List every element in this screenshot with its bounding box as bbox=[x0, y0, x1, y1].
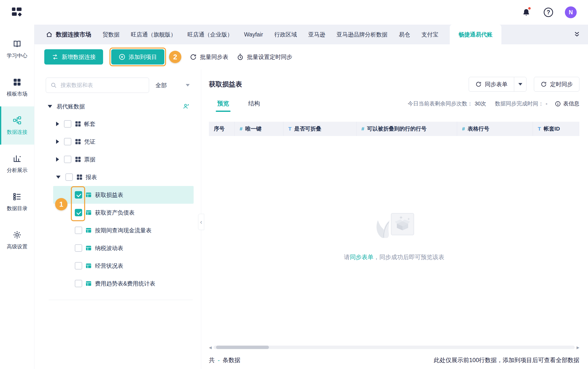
checkbox[interactable] bbox=[75, 244, 82, 252]
column-header[interactable]: 序号 bbox=[209, 122, 234, 136]
sidebar-item-template-market[interactable]: 模板市场 bbox=[0, 68, 34, 106]
data-connection-icon bbox=[13, 116, 22, 125]
tree-leaf-profit-table[interactable]: 获取损益表 bbox=[53, 186, 194, 204]
checkbox[interactable] bbox=[75, 227, 82, 234]
sidebar-item-data-catalog[interactable]: 数据目录 bbox=[0, 183, 34, 221]
tab-connection[interactable]: 亚马逊品牌分析数据 bbox=[337, 31, 387, 38]
table-icon bbox=[85, 209, 92, 216]
tree-group-baobiao[interactable]: 报表 bbox=[53, 168, 194, 186]
tree-root-yidaizhang[interactable]: 易代账数据 bbox=[46, 98, 194, 115]
column-header[interactable]: # 唯一键 bbox=[234, 122, 283, 136]
tab-connection[interactable]: 旺店通（旗舰版） bbox=[131, 31, 176, 38]
tree-search-row: 全部 bbox=[46, 78, 194, 93]
sync-time-value: - bbox=[546, 101, 547, 107]
text-type-icon: T bbox=[538, 126, 541, 132]
total-value: - bbox=[218, 357, 220, 364]
user-avatar[interactable]: N bbox=[565, 6, 577, 18]
button-label: 添加到项目 bbox=[129, 53, 157, 61]
caret-collapsed-icon[interactable] bbox=[56, 139, 59, 144]
tab-data-connection-market[interactable]: 数据连接市场 bbox=[46, 31, 91, 38]
batch-schedule-sync-button[interactable]: 批量设置定时同步 bbox=[237, 53, 292, 61]
scrollbar-track[interactable] bbox=[214, 346, 575, 349]
table-icon bbox=[85, 227, 92, 234]
plus-circle-icon bbox=[119, 53, 125, 60]
tab-connection[interactable]: 亚马逊 bbox=[308, 31, 325, 38]
button-label: 新增数据连接 bbox=[62, 53, 96, 61]
caret-expanded-icon[interactable] bbox=[48, 105, 52, 108]
sidebar-item-learning-center[interactable]: 学习中心 bbox=[0, 30, 34, 68]
tab-preview[interactable]: 预览 bbox=[216, 100, 231, 112]
tree-leaf-tax-fluctuation[interactable]: 纳税波动表 bbox=[53, 239, 194, 257]
data-catalog-icon bbox=[13, 192, 22, 201]
button-label: 同步表单 bbox=[485, 81, 508, 88]
checkbox[interactable] bbox=[64, 156, 71, 163]
tree-group-piaoju[interactable]: 票据 bbox=[53, 151, 194, 168]
page-title: 获取损益表 bbox=[209, 80, 242, 89]
tab-connection[interactable]: 支付宝 bbox=[421, 31, 438, 38]
table-icon bbox=[85, 245, 92, 252]
sync-form-link[interactable]: 同步表单 bbox=[350, 254, 373, 260]
permission-user-icon[interactable] bbox=[183, 103, 190, 110]
filter-dropdown[interactable]: 全部 bbox=[155, 82, 194, 89]
batch-sync-tables-button[interactable]: 批量同步表 bbox=[190, 53, 228, 61]
sidebar-item-data-connection[interactable]: 数据连接 bbox=[0, 106, 34, 145]
tree-leaf-balance-sheet[interactable]: 获取资产负债表 bbox=[53, 204, 194, 221]
table-info-label: 表信息 bbox=[563, 100, 579, 107]
table-group-icon bbox=[75, 156, 81, 163]
total-prefix: 共 bbox=[209, 356, 215, 364]
tab-connection[interactable]: 行政区域 bbox=[274, 31, 297, 38]
column-label: 可以被折叠到的行的行号 bbox=[367, 125, 427, 133]
checkbox[interactable] bbox=[65, 173, 73, 181]
caret-expanded-icon[interactable] bbox=[56, 176, 61, 179]
checkbox[interactable] bbox=[75, 280, 82, 287]
content: 全部 易代账数据 bbox=[34, 69, 588, 369]
column-header[interactable]: T 帐套ID bbox=[533, 122, 579, 136]
checkbox-checked[interactable] bbox=[75, 191, 82, 199]
table-info-button[interactable]: 表信息 bbox=[555, 100, 579, 107]
scroll-right-arrow[interactable]: ▶ bbox=[576, 346, 579, 349]
column-header[interactable]: # 表格行号 bbox=[457, 122, 533, 136]
column-header[interactable]: T 是否可折叠 bbox=[283, 122, 356, 136]
tree-group-zhangtao[interactable]: 帐套 bbox=[53, 115, 194, 133]
preview-structure-tabs: 预览 结构 今日当前表剩余同步次数： 30次 数据同步完成时间： - bbox=[209, 96, 579, 112]
tab-connection[interactable]: 贸数据 bbox=[103, 31, 120, 38]
sidebar-item-analysis-display[interactable]: 分析展示 bbox=[0, 145, 34, 183]
sidebar-item-advanced-settings[interactable]: 高级设置 bbox=[0, 221, 34, 259]
schedule-sync-button[interactable]: 定时同步 bbox=[534, 77, 579, 92]
expand-tabs-button[interactable] bbox=[573, 31, 588, 38]
checkbox[interactable] bbox=[64, 120, 71, 128]
divider bbox=[49, 300, 193, 300]
add-to-project-button[interactable]: 添加到项目 bbox=[111, 49, 164, 65]
tree-leaf-operating-status[interactable]: 经营状况表 bbox=[53, 257, 194, 275]
tree-leaf-cashflow-table[interactable]: 按期间查询现金流量表 bbox=[53, 221, 194, 239]
column-header[interactable]: # 可以被折叠到的行的行号 bbox=[356, 122, 457, 136]
column-label: 表格行号 bbox=[468, 125, 489, 133]
sync-form-button[interactable]: 同步表单 bbox=[469, 77, 514, 91]
search-input[interactable] bbox=[60, 82, 145, 89]
tab-connection[interactable]: 旺店通（企业版） bbox=[187, 31, 233, 38]
checkbox[interactable] bbox=[75, 262, 82, 269]
collapse-panel-handle[interactable]: ‹ bbox=[198, 214, 204, 230]
new-data-connection-button[interactable]: 新增数据连接 bbox=[44, 49, 103, 65]
tree-leaf-expense-trend[interactable]: 费用趋势表&费用统计表 bbox=[53, 275, 194, 292]
tab-structure[interactable]: 结构 bbox=[247, 100, 262, 112]
scrollbar-thumb[interactable] bbox=[216, 346, 269, 349]
tree-group-pingzheng[interactable]: 凭证 bbox=[53, 133, 194, 151]
scroll-left-arrow[interactable]: ◀ bbox=[209, 346, 212, 349]
sync-icon bbox=[190, 53, 197, 61]
text-type-icon: T bbox=[288, 126, 292, 132]
sync-form-dropdown-button[interactable] bbox=[514, 77, 526, 91]
checkbox[interactable] bbox=[64, 138, 71, 145]
tab-connection-active[interactable]: 畅捷通易代账 bbox=[450, 25, 501, 44]
tab-connection[interactable]: 易仓 bbox=[399, 31, 410, 38]
chevron-down-icon bbox=[518, 83, 522, 85]
empty-state: 请同步表单，同步成功后即可预览该表 bbox=[344, 205, 444, 261]
column-label: 帐套ID bbox=[544, 125, 560, 133]
help-button[interactable]: ? bbox=[544, 8, 553, 17]
button-label: 批量设置定时同步 bbox=[247, 53, 292, 61]
checkbox-checked[interactable] bbox=[75, 209, 82, 216]
notifications-button[interactable] bbox=[521, 7, 532, 18]
caret-collapsed-icon[interactable] bbox=[56, 157, 59, 162]
caret-collapsed-icon[interactable] bbox=[56, 122, 59, 126]
tab-connection[interactable]: Wayfair bbox=[244, 31, 263, 38]
